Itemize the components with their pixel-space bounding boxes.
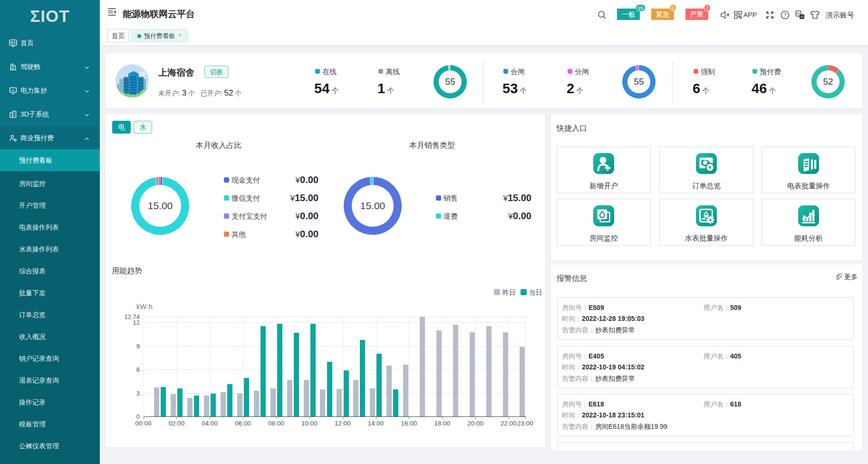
svg-text:?: ?: [783, 12, 786, 18]
svg-text:52: 52: [823, 77, 833, 87]
svg-text:15.00: 15.00: [148, 200, 173, 211]
svg-text:55: 55: [634, 77, 644, 87]
svg-text:A: A: [800, 14, 803, 19]
svg-text:15.00: 15.00: [360, 200, 386, 211]
svg-text:55: 55: [445, 77, 455, 87]
